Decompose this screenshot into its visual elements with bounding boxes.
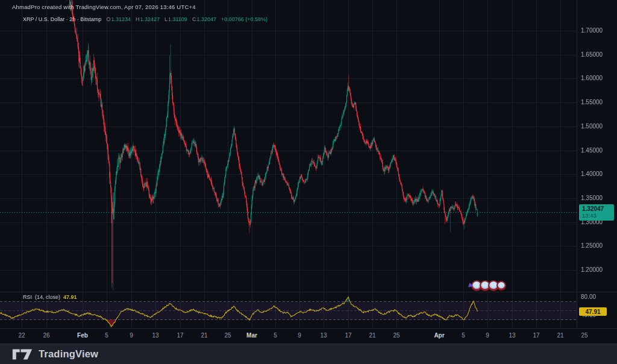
chart-root: AhmadPro created with TradingView.com, A… <box>0 0 617 364</box>
time-tick-label: 5 <box>105 332 108 339</box>
time-tick-label: 5 <box>274 332 277 339</box>
emoji-stickers[interactable] <box>469 278 506 293</box>
symbol-title[interactable]: XRP / U.S. Dollar · 2h · Bitstamp <box>23 16 101 22</box>
pane-separator[interactable] <box>0 292 617 292</box>
time-tick-label: 13 <box>320 332 327 339</box>
price-tick-label: 1.45000 <box>581 147 603 154</box>
time-tick-label: 21 <box>557 332 563 339</box>
ohlc-item: O1.31234 <box>106 16 131 22</box>
ohlc-item: H1.32427 <box>136 16 160 22</box>
price-tick-label: 1.50000 <box>581 123 603 130</box>
time-tick-label: 17 <box>345 332 351 339</box>
time-tick-label: 21 <box>369 332 375 339</box>
time-tick-label: 13 <box>152 332 158 339</box>
time-tick-label: 25 <box>581 332 587 339</box>
rsi-value-badge: 47.91 <box>579 307 607 316</box>
time-tick-label: Feb <box>77 332 88 339</box>
change-value: +0.00766 (+0.58%) <box>221 16 268 22</box>
time-tick-label: 21 <box>201 332 207 339</box>
time-tick-label: 9 <box>130 332 133 339</box>
price-tick-label: 1.70000 <box>581 27 603 34</box>
last-price-value: 1.32047 <box>582 206 614 212</box>
price-tick-label: 1.40000 <box>581 171 603 177</box>
rsi-legend: RSI (14, close) 47.91 <box>23 294 77 300</box>
time-tick-label: Apr <box>434 332 444 339</box>
ohlc-item: L1.31109 <box>164 16 187 22</box>
time-tick-label: 25 <box>393 332 399 339</box>
price-tick-label: 1.25000 <box>581 242 603 249</box>
time-tick-label: 13 <box>509 332 515 339</box>
rsi-badge-value: 47.91 <box>585 309 600 315</box>
rsi-tick-label: 80.00 <box>581 293 596 300</box>
rsi-title[interactable]: RSI <box>23 294 32 300</box>
time-axis[interactable]: 2226Feb5913172125Mar5913172125Apr5913172… <box>0 329 617 342</box>
ohlc-values: O1.31234H1.32427L1.31109C1.32047 <box>106 16 216 22</box>
attribution-text: AhmadPro created with TradingView.com, A… <box>12 4 196 10</box>
bar-countdown: 13:43 <box>582 212 614 219</box>
sticker-icon[interactable] <box>496 281 506 290</box>
tradingview-brand-text[interactable]: TradingView <box>39 348 98 360</box>
footer-toolbar: TradingView <box>0 344 617 364</box>
price-tick-label: 1.55000 <box>581 99 603 105</box>
time-tick-label: 22 <box>18 332 25 339</box>
tradingview-logo-icon[interactable] <box>12 348 33 360</box>
price-tick-label: 1.35000 <box>581 195 603 201</box>
time-tick-label: 5 <box>462 332 465 339</box>
time-tick-label: 9 <box>486 332 489 339</box>
price-tick-label: 1.65000 <box>581 51 603 58</box>
rsi-params: (14, close) <box>35 294 60 300</box>
price-tick-label: 1.60000 <box>581 75 603 81</box>
price-tick-label: 1.20000 <box>581 266 603 273</box>
last-price-badge: 1.32047 13:43 <box>579 204 614 221</box>
time-tick-label: 25 <box>224 332 231 339</box>
price-axis[interactable]: 1.700001.650001.600001.550001.500001.450… <box>577 0 617 328</box>
time-tick-label: 9 <box>298 332 301 339</box>
time-tick-label: Mar <box>246 332 257 339</box>
time-tick-label: 17 <box>177 332 183 339</box>
time-tick-label: 17 <box>533 332 539 339</box>
time-tick-label: 26 <box>43 332 49 339</box>
symbol-legend: XRP / U.S. Dollar · 2h · Bitstamp O1.312… <box>23 16 268 22</box>
ohlc-item: C1.32047 <box>192 16 216 22</box>
rsi-value: 47.91 <box>63 294 77 300</box>
